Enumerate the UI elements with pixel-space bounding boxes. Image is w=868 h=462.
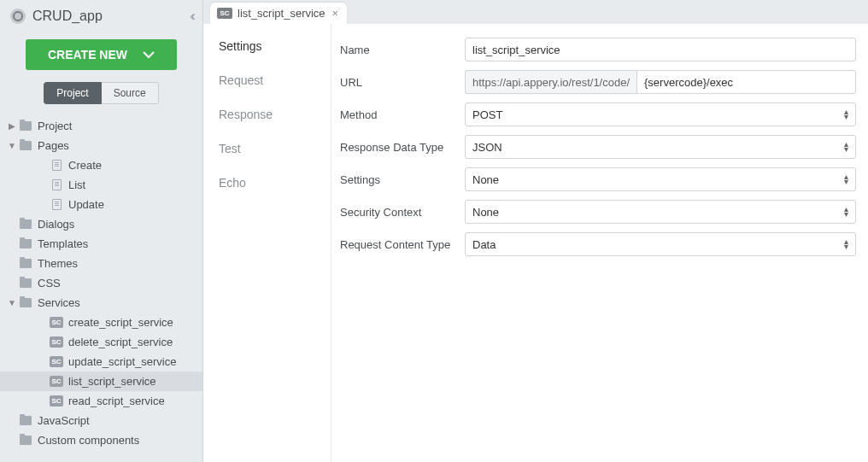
url-prefix: https://api.appery.io/rest/1/code/: [465, 70, 636, 94]
caret-down-icon: ▼: [7, 141, 17, 150]
folder-icon: [19, 238, 32, 250]
updown-icon: ▴▾: [844, 207, 848, 217]
name-label: Name: [337, 44, 465, 56]
updown-icon: ▴▾: [844, 142, 848, 152]
file-icon: [50, 199, 63, 211]
tree-project[interactable]: ▶Project: [0, 116, 202, 136]
settings-form: Name URL https://api.appery.io/rest/1/co…: [331, 24, 868, 462]
app-name: CRUD_app: [32, 9, 190, 24]
folder-icon: [19, 120, 32, 132]
project-tree: ▶Project ▼Pages ▶Create ▶List ▶Update ▶D…: [0, 113, 202, 462]
url-input[interactable]: [636, 70, 856, 94]
editor-tab[interactable]: SC list_script_service ×: [210, 3, 347, 24]
folder-icon: [19, 278, 32, 289]
tree-page-list[interactable]: ▶List: [0, 175, 202, 195]
close-icon[interactable]: ×: [332, 7, 339, 20]
tree-service-read[interactable]: ▶SCread_script_service: [0, 391, 202, 411]
tree-themes[interactable]: ▶Themes: [0, 254, 202, 273]
caret-right-icon: ▶: [7, 121, 17, 131]
sidebar: CRUD_app ‹‹ CREATE NEW Project Source ▶P…: [0, 0, 203, 462]
sc-icon: SC: [50, 356, 63, 368]
folder-icon: [19, 258, 32, 270]
create-new-label: CREATE NEW: [48, 48, 127, 61]
method-select[interactable]: POST ▴▾: [465, 102, 856, 126]
folder-icon: [19, 140, 32, 152]
tree-service-update[interactable]: ▶SCupdate_script_service: [0, 352, 202, 371]
settings-label: Settings: [337, 173, 465, 186]
folder-icon: [19, 435, 32, 447]
tree-pages[interactable]: ▼Pages: [0, 136, 202, 155]
updown-icon: ▴▾: [844, 239, 848, 249]
editor-tabbar: SC list_script_service ×: [203, 0, 868, 24]
request-type-select[interactable]: Data ▴▾: [465, 232, 856, 256]
updown-icon: ▴▾: [844, 109, 848, 120]
tree-service-create[interactable]: ▶SCcreate_script_service: [0, 313, 202, 332]
request-type-label: Request Content Type: [337, 238, 465, 251]
response-type-select[interactable]: JSON ▴▾: [465, 135, 856, 159]
tree-service-list[interactable]: ▶SClist_script_service: [0, 371, 202, 391]
response-type-label: Response Data Type: [337, 141, 465, 154]
tree-page-create[interactable]: ▶Create: [0, 155, 202, 175]
main-area: SC list_script_service × Settings Reques…: [203, 0, 868, 462]
sc-icon: SC: [50, 336, 63, 348]
subnav-response[interactable]: Response: [203, 97, 331, 132]
subnav-settings[interactable]: Settings: [203, 29, 331, 63]
toggle-source[interactable]: Source: [102, 82, 159, 104]
security-select[interactable]: None ▴▾: [465, 200, 856, 224]
url-label: URL: [337, 76, 465, 89]
subnav-test[interactable]: Test: [203, 132, 331, 166]
collapse-sidebar-button[interactable]: ‹‹: [190, 9, 192, 24]
settings-select[interactable]: None ▴▾: [465, 167, 856, 191]
name-input[interactable]: [465, 38, 856, 61]
tree-page-update[interactable]: ▶Update: [0, 195, 202, 214]
folder-icon: [19, 219, 32, 231]
toggle-project[interactable]: Project: [44, 82, 101, 104]
file-icon: [50, 160, 63, 172]
tree-dialogs[interactable]: ▶Dialogs: [0, 214, 202, 234]
file-icon: [50, 179, 63, 191]
sc-icon: SC: [50, 395, 63, 407]
sc-icon: SC: [50, 317, 63, 329]
folder-icon: [19, 415, 32, 427]
sc-badge-icon: SC: [217, 8, 232, 19]
settings-subnav: Settings Request Response Test Echo: [203, 24, 331, 462]
tree-custom-components[interactable]: ▶Custom components: [0, 430, 202, 450]
view-toggle: Project Source: [0, 82, 202, 113]
updown-icon: ▴▾: [844, 174, 848, 184]
tab-title: list_script_service: [238, 7, 326, 20]
caret-down-icon: ▼: [7, 298, 17, 307]
tree-service-delete[interactable]: ▶SCdelete_script_service: [0, 332, 202, 352]
subnav-echo[interactable]: Echo: [203, 166, 331, 200]
chevron-down-icon: [143, 48, 155, 61]
tree-css[interactable]: ▶CSS: [0, 273, 202, 293]
tree-services[interactable]: ▼Services: [0, 293, 202, 313]
folder-icon: [19, 297, 32, 309]
tree-templates[interactable]: ▶Templates: [0, 234, 202, 254]
sc-icon: SC: [50, 376, 63, 388]
sidebar-header: CRUD_app ‹‹: [0, 0, 202, 31]
tree-javascript[interactable]: ▶JavaScript: [0, 411, 202, 430]
security-label: Security Context: [337, 206, 465, 219]
method-label: Method: [337, 108, 465, 121]
subnav-request[interactable]: Request: [203, 63, 331, 97]
create-new-button[interactable]: CREATE NEW: [26, 39, 177, 70]
app-logo-icon: [10, 9, 26, 24]
